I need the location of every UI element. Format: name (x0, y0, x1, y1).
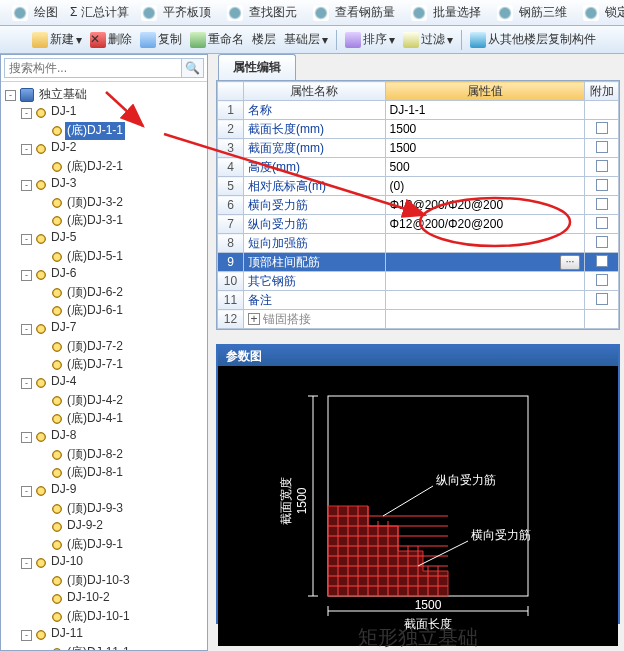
tree-toggle[interactable]: - (21, 324, 32, 335)
tree-item-label[interactable]: (顶)DJ-10-3 (65, 572, 132, 590)
tree-group-label[interactable]: DJ-7 (49, 320, 78, 338)
delete-button[interactable]: ✕删除 (90, 31, 132, 48)
tree-item-label[interactable]: (顶)DJ-3-2 (65, 194, 125, 212)
filter-button[interactable]: 过滤 ▾ (403, 31, 453, 48)
tree-group-label[interactable]: DJ-6 (49, 266, 78, 284)
search-input[interactable] (4, 58, 182, 78)
tree-item-label[interactable]: (底)DJ-10-1 (65, 608, 132, 626)
extra-checkbox[interactable] (596, 179, 608, 191)
component-tree[interactable]: -独立基础-DJ-1(底)DJ-1-1-DJ-2(底)DJ-2-1-DJ-3(顶… (1, 82, 207, 650)
prop-value-cell[interactable] (385, 272, 584, 291)
menu-find-shape[interactable]: 查找图元 (223, 4, 301, 21)
property-row[interactable]: 10其它钢筋 (218, 272, 619, 291)
ellipsis-button[interactable]: ··· (560, 255, 580, 270)
tree-group-label[interactable]: DJ-3 (49, 176, 78, 194)
tree-item-label[interactable]: (底)DJ-7-1 (65, 356, 125, 374)
copy-button[interactable]: 复制 (140, 31, 182, 48)
tree-item-label[interactable]: DJ-10-2 (65, 590, 112, 608)
tree-group-label[interactable]: DJ-11 (49, 626, 85, 644)
prop-value-cell[interactable]: Φ12@200/Φ20@200 (385, 196, 584, 215)
menu-view-rebar[interactable]: 查看钢筋量 (309, 4, 399, 21)
prop-value-cell[interactable]: (0) (385, 177, 584, 196)
tree-group-label[interactable]: DJ-4 (49, 374, 78, 392)
tree-toggle[interactable]: - (21, 378, 32, 389)
menu-lock[interactable]: 锁定 (579, 4, 624, 21)
prop-value-cell[interactable] (385, 291, 584, 310)
menu-rebar-3d[interactable]: 钢筋三维 (493, 4, 571, 21)
prop-value-cell[interactable] (385, 310, 584, 329)
property-row[interactable]: 7纵向受力筋Φ12@200/Φ20@200 (218, 215, 619, 234)
tree-item-label[interactable]: (顶)DJ-9-3 (65, 500, 125, 518)
tree-item-label[interactable]: (底)DJ-9-1 (65, 536, 125, 554)
tree-item-label[interactable]: (顶)DJ-4-2 (65, 392, 125, 410)
property-row[interactable]: 5相对底标高(m)(0) (218, 177, 619, 196)
tree-toggle[interactable]: - (21, 108, 32, 119)
prop-value-cell[interactable]: Φ12@200/Φ20@200 (385, 215, 584, 234)
tree-item-label[interactable]: (底)DJ-6-1 (65, 302, 125, 320)
property-row[interactable]: 8短向加强筋 (218, 234, 619, 253)
prop-value-cell[interactable]: 500 (385, 158, 584, 177)
tree-root-label[interactable]: 独立基础 (37, 86, 89, 104)
tree-item-label[interactable]: (顶)DJ-7-2 (65, 338, 125, 356)
menu-flat-top[interactable]: 平齐板顶 (137, 4, 215, 21)
tree-toggle[interactable]: - (21, 180, 32, 191)
tree-item-label[interactable]: (底)DJ-8-1 (65, 464, 125, 482)
extra-checkbox[interactable] (596, 141, 608, 153)
tree-toggle[interactable]: - (21, 270, 32, 281)
prop-value-cell[interactable]: 1500 (385, 139, 584, 158)
menu-draw[interactable]: 绘图 (8, 4, 62, 21)
extra-checkbox[interactable] (596, 293, 608, 305)
tree-toggle[interactable]: - (5, 90, 16, 101)
prop-value-cell[interactable]: ··· (385, 253, 584, 272)
tree-group-label[interactable]: DJ-1 (49, 104, 78, 122)
tab-property-edit[interactable]: 属性编辑 (218, 54, 296, 80)
search-button[interactable]: 🔍 (182, 58, 204, 78)
rename-button[interactable]: 重命名 (190, 31, 244, 48)
property-row[interactable]: 4高度(mm)500 (218, 158, 619, 177)
property-row[interactable]: 11备注 (218, 291, 619, 310)
tree-item-label[interactable]: (底)DJ-5-1 (65, 248, 125, 266)
tree-toggle[interactable]: - (21, 630, 32, 641)
extra-checkbox[interactable] (596, 274, 608, 286)
new-button[interactable]: 新建 ▾ (32, 31, 82, 48)
prop-value-cell[interactable]: DJ-1-1 (385, 101, 584, 120)
sort-button[interactable]: 排序 ▾ (345, 31, 395, 48)
tree-toggle[interactable]: - (21, 486, 32, 497)
tree-group-label[interactable]: DJ-8 (49, 428, 78, 446)
extra-checkbox[interactable] (596, 217, 608, 229)
menu-batch-select[interactable]: 批量选择 (407, 4, 485, 21)
tree-item-label[interactable]: (底)DJ-4-1 (65, 410, 125, 428)
tree-item-label[interactable]: (底)DJ-3-1 (65, 212, 125, 230)
tree-item-label[interactable]: (顶)DJ-6-2 (65, 284, 125, 302)
tree-item-label[interactable]: (顶)DJ-8-2 (65, 446, 125, 464)
prop-value-cell[interactable]: 1500 (385, 120, 584, 139)
tree-item-label[interactable]: (底)DJ-1-1 (65, 122, 125, 140)
tree-item-label[interactable]: (底)DJ-2-1 (65, 158, 125, 176)
tree-item-label[interactable]: (底)DJ-11-1 (65, 644, 132, 650)
tree-item-label[interactable]: DJ-9-2 (65, 518, 105, 536)
copy-from-floor-button[interactable]: 从其他楼层复制构件 (470, 31, 596, 48)
extra-checkbox[interactable] (596, 236, 608, 248)
property-row[interactable]: 1名称DJ-1-1 (218, 101, 619, 120)
menu-sum[interactable]: Σ 汇总计算 (70, 4, 129, 21)
property-row[interactable]: 6横向受力筋Φ12@200/Φ20@200 (218, 196, 619, 215)
tree-toggle[interactable]: - (21, 144, 32, 155)
prop-value-cell[interactable] (385, 234, 584, 253)
tree-group-label[interactable]: DJ-9 (49, 482, 78, 500)
property-row[interactable]: 3截面宽度(mm)1500 (218, 139, 619, 158)
expand-icon[interactable]: + (248, 313, 260, 325)
tree-group-label[interactable]: DJ-5 (49, 230, 78, 248)
tree-group-label[interactable]: DJ-2 (49, 140, 78, 158)
extra-checkbox[interactable] (596, 198, 608, 210)
tree-toggle[interactable]: - (21, 432, 32, 443)
extra-checkbox[interactable] (596, 160, 608, 172)
base-floor-dropdown[interactable]: 基础层 ▾ (284, 31, 328, 48)
property-row[interactable]: 2截面长度(mm)1500 (218, 120, 619, 139)
tree-toggle[interactable]: - (21, 234, 32, 245)
extra-checkbox[interactable] (596, 122, 608, 134)
tree-toggle[interactable]: - (21, 558, 32, 569)
extra-checkbox[interactable] (596, 255, 608, 267)
property-row[interactable]: 12+ 锚固搭接 (218, 310, 619, 329)
property-row[interactable]: 9顶部柱间配筋··· (218, 253, 619, 272)
tree-group-label[interactable]: DJ-10 (49, 554, 85, 572)
